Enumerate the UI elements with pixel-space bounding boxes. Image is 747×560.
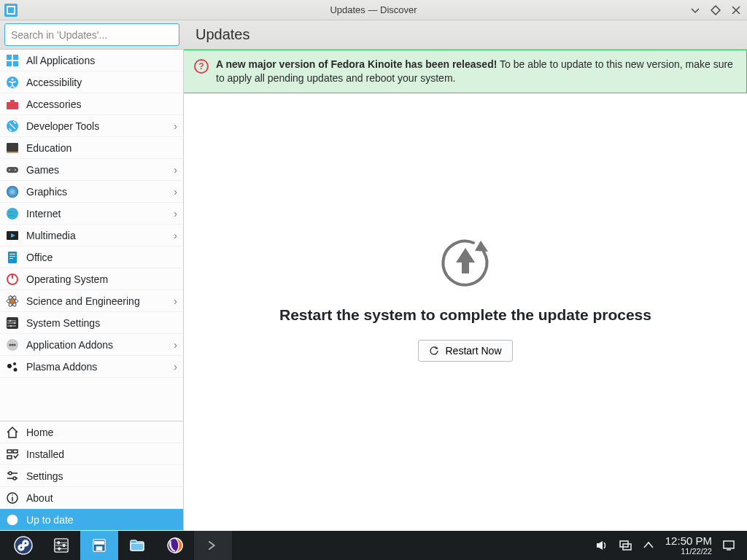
svg-rect-11 — [7, 167, 18, 173]
svg-point-36 — [13, 343, 15, 346]
sidebar-item-science[interactable]: Science and Engineering › — [0, 290, 183, 312]
svg-rect-41 — [13, 450, 18, 453]
sidebar-item-label: Accessibility — [26, 77, 82, 88]
tray-display-icon[interactable] — [619, 539, 632, 552]
svg-rect-6 — [7, 102, 18, 109]
update-icon — [6, 513, 19, 526]
svg-rect-9 — [7, 143, 18, 152]
restart-now-button[interactable]: Restart Now — [418, 340, 512, 362]
svg-point-15 — [7, 186, 18, 198]
science-icon — [6, 295, 19, 308]
sidebar-item-games[interactable]: Games › — [0, 159, 183, 181]
settings-icon — [6, 316, 19, 330]
sidebar-item-accessories[interactable]: Accessories — [0, 93, 183, 115]
sidebar: All Applications Accessibility Accessori… — [0, 50, 184, 531]
home-icon — [6, 426, 19, 439]
chevron-right-icon: › — [174, 295, 177, 307]
developer-icon — [6, 120, 19, 133]
sidebar-nav-updates[interactable]: Up to date — [0, 509, 183, 531]
svg-rect-24 — [12, 274, 13, 279]
taskbar-settings-button[interactable] — [42, 531, 80, 560]
sidebar-item-developer-tools[interactable]: Developer Tools › — [0, 115, 183, 137]
all-apps-icon — [6, 54, 19, 67]
svg-point-5 — [11, 78, 13, 80]
internet-icon — [6, 207, 19, 220]
sidebar-item-multimedia[interactable]: Multimedia › — [0, 225, 183, 246]
svg-rect-22 — [9, 258, 13, 259]
sidebar-item-internet[interactable]: Internet › — [0, 203, 183, 225]
accessories-icon — [6, 98, 19, 111]
window-minimize-button[interactable] — [690, 5, 702, 15]
chevron-right-icon: › — [174, 164, 177, 176]
chevron-right-icon: › — [174, 186, 177, 198]
sidebar-item-office[interactable]: Office — [0, 246, 183, 268]
games-icon — [6, 163, 19, 176]
restart-update-icon — [437, 233, 494, 290]
svg-rect-61 — [724, 541, 734, 548]
sidebar-item-label: Developer Tools — [26, 120, 99, 132]
sliders-icon — [6, 470, 19, 483]
svg-point-12 — [9, 169, 10, 171]
svg-point-44 — [13, 477, 16, 480]
tray-chevron-up-icon[interactable] — [642, 539, 655, 552]
svg-point-16 — [7, 208, 18, 219]
tray-volume-icon[interactable] — [595, 539, 608, 552]
sidebar-item-all-applications[interactable]: All Applications — [0, 50, 183, 71]
tray-show-desktop-icon[interactable] — [722, 539, 735, 552]
taskbar-clock[interactable]: 12:50 PM 11/22/22 — [665, 535, 712, 556]
sidebar-item-label: Up to date — [26, 514, 74, 526]
taskbar-terminal-button[interactable] — [194, 531, 232, 560]
os-icon — [6, 273, 19, 286]
window-titlebar: Updates — Discover — [0, 0, 747, 20]
sidebar-nav-home[interactable]: Home — [0, 421, 183, 443]
taskbar-firefox-button[interactable] — [156, 531, 194, 560]
banner-bold-text: A new major version of Fedora Kinoite ha… — [216, 58, 497, 70]
sidebar-item-label: Office — [26, 252, 53, 263]
chevron-right-icon: › — [174, 120, 177, 132]
sidebar-nav-installed[interactable]: Installed — [0, 443, 183, 465]
taskbar-start-button[interactable] — [4, 531, 42, 560]
sidebar-item-operating-system[interactable]: Operating System — [0, 268, 183, 290]
sidebar-item-accessibility[interactable]: Accessibility — [0, 71, 183, 93]
svg-rect-2 — [7, 61, 12, 66]
chevron-right-icon: › — [174, 339, 177, 351]
svg-rect-57 — [131, 543, 144, 551]
sidebar-item-label: Education — [26, 142, 71, 154]
sidebar-nav-about[interactable]: About — [0, 487, 183, 509]
svg-marker-49 — [436, 346, 438, 349]
window-maximize-button[interactable] — [711, 5, 722, 15]
svg-rect-0 — [7, 55, 12, 60]
sidebar-item-app-addons[interactable]: Application Addons › — [0, 334, 183, 356]
restart-message: Restart the system to complete the updat… — [279, 306, 651, 324]
taskbar-files-button[interactable] — [118, 531, 156, 560]
svg-rect-42 — [7, 456, 12, 459]
sidebar-item-graphics[interactable]: Graphics › — [0, 181, 183, 203]
restart-button-label: Restart Now — [445, 345, 501, 357]
graphics-icon — [6, 185, 19, 198]
taskbar: 12:50 PM 11/22/22 — [0, 531, 747, 560]
clock-time: 12:50 PM — [665, 535, 712, 548]
sidebar-item-system-settings[interactable]: System Settings — [0, 312, 183, 334]
sidebar-item-label: Games — [26, 164, 59, 176]
alert-icon: ? — [194, 59, 209, 74]
svg-point-37 — [7, 364, 12, 368]
search-input[interactable] — [4, 23, 179, 46]
multimedia-icon — [6, 229, 19, 242]
svg-rect-20 — [9, 254, 15, 254]
sidebar-item-label: All Applications — [26, 55, 95, 66]
svg-point-25 — [11, 299, 15, 303]
sidebar-item-plasma-addons[interactable]: Plasma Addons › — [0, 356, 183, 378]
sidebar-item-label: Plasma Addons — [26, 361, 97, 373]
svg-rect-40 — [7, 450, 12, 453]
plasma-icon — [6, 360, 19, 373]
sidebar-item-education[interactable]: Education — [0, 137, 183, 159]
main-content: ? A new major version of Fedora Kinoite … — [184, 50, 747, 531]
svg-rect-3 — [13, 61, 18, 66]
window-close-button[interactable] — [731, 5, 743, 15]
taskbar-discover-button[interactable] — [80, 531, 118, 560]
sidebar-item-label: About — [26, 492, 53, 504]
sidebar-item-label: Accessories — [26, 98, 81, 110]
sidebar-nav-settings[interactable]: Settings — [0, 465, 183, 487]
svg-point-38 — [13, 362, 16, 365]
page-title: Updates — [184, 20, 747, 49]
